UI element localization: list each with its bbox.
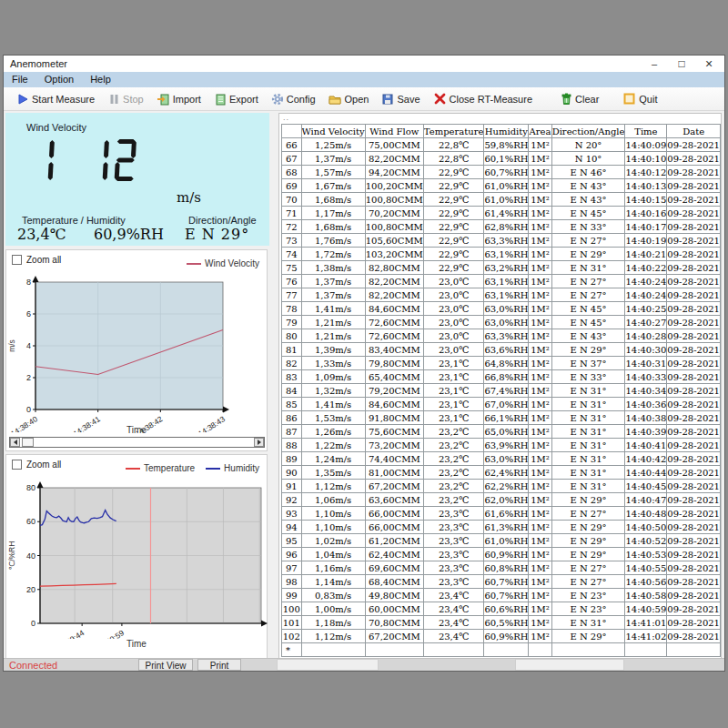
data-cell[interactable]: 1,37m/s xyxy=(301,288,365,302)
column-header[interactable] xyxy=(282,125,302,138)
row-number-cell[interactable]: 67 xyxy=(282,152,302,166)
data-cell[interactable]: E N 43° xyxy=(551,329,625,343)
data-cell[interactable]: 1,10m/s xyxy=(301,507,365,521)
data-cell[interactable]: 94,20CMM xyxy=(365,166,423,179)
data-cell[interactable] xyxy=(484,643,529,657)
data-cell[interactable]: 61,0%RH xyxy=(484,193,529,207)
table-row[interactable]: 921,06m/s63,60CMM23,2℃62,0%RH1M²E N 29°1… xyxy=(282,493,721,507)
table-row[interactable]: 681,57m/s94,20CMM22,9℃60,7%RH1M²E N 46°1… xyxy=(282,166,721,179)
column-header[interactable]: Temperature xyxy=(423,125,484,138)
data-cell[interactable]: 66,1%RH xyxy=(484,411,529,425)
data-cell[interactable]: 65,0%RH xyxy=(484,425,529,439)
data-cell[interactable]: 61,6%RH xyxy=(484,507,529,521)
data-cell[interactable]: 09-28-2021 xyxy=(667,261,721,275)
data-cell[interactable]: 09-28-2021 xyxy=(667,452,721,466)
data-cell[interactable]: E N 29° xyxy=(551,534,625,548)
data-cell[interactable]: 67,20CMM xyxy=(365,630,423,643)
data-cell[interactable]: 1,41m/s xyxy=(301,398,365,411)
data-cell[interactable]: 14:40:17 xyxy=(625,220,667,234)
data-cell[interactable]: 63,6%RH xyxy=(484,343,529,357)
data-cell[interactable]: 14:41:02 xyxy=(625,630,667,643)
data-cell[interactable]: 23,3℃ xyxy=(423,507,484,521)
data-cell[interactable]: 1,02m/s xyxy=(301,534,365,548)
data-cell[interactable]: 22,8℃ xyxy=(423,152,484,166)
data-cell[interactable]: 09-28-2021 xyxy=(667,370,721,384)
data-cell[interactable]: 1,17m/s xyxy=(301,207,365,220)
data-cell[interactable]: 23,3℃ xyxy=(423,534,484,548)
data-cell[interactable]: E N 27° xyxy=(551,288,625,302)
data-cell[interactable]: 23,2℃ xyxy=(423,439,484,452)
data-cell[interactable]: E N 23° xyxy=(551,589,625,602)
data-cell[interactable]: 09-28-2021 xyxy=(667,439,721,452)
data-cell[interactable]: 1M² xyxy=(529,616,551,630)
print-button[interactable]: Print xyxy=(197,659,241,671)
data-cell[interactable]: 1,14m/s xyxy=(301,575,365,589)
data-cell[interactable]: 63,1%RH xyxy=(484,248,529,261)
data-cell[interactable]: 14:40:15 xyxy=(625,193,667,207)
data-cell[interactable]: 14:40:56 xyxy=(625,575,667,589)
data-cell[interactable] xyxy=(365,643,423,657)
row-number-cell[interactable]: 80 xyxy=(282,329,302,343)
data-cell[interactable]: 60,1%RH xyxy=(484,152,529,166)
data-cell[interactable] xyxy=(529,643,551,657)
data-cell[interactable]: 1,67m/s xyxy=(301,179,365,193)
data-cell[interactable]: 82,20CMM xyxy=(365,152,423,166)
data-cell[interactable]: 1,00m/s xyxy=(301,602,365,616)
data-cell[interactable]: 23,2℃ xyxy=(423,452,484,466)
data-cell[interactable]: 1,37m/s xyxy=(301,152,365,166)
data-cell[interactable]: E N 37° xyxy=(551,357,625,370)
data-cell[interactable]: 14:40:53 xyxy=(625,548,667,561)
data-cell[interactable]: 1,21m/s xyxy=(301,329,365,343)
data-cell[interactable]: 22,9℃ xyxy=(423,166,484,179)
row-number-cell[interactable]: 73 xyxy=(282,234,302,248)
row-number-cell[interactable]: 68 xyxy=(282,166,302,179)
data-cell[interactable]: 14:40:09 xyxy=(625,138,667,152)
data-cell[interactable]: 22,9℃ xyxy=(423,234,484,248)
close-rt-measure-button[interactable]: Close RT-Measure xyxy=(433,92,533,106)
data-cell[interactable]: 14:40:16 xyxy=(625,207,667,220)
data-cell[interactable]: E N 31° xyxy=(551,439,625,452)
row-number-cell[interactable]: 99 xyxy=(282,589,302,602)
data-cell[interactable]: 60,00CMM xyxy=(365,602,423,616)
data-cell[interactable]: 14:41:01 xyxy=(625,616,667,630)
data-cell[interactable]: 1,41m/s xyxy=(301,302,365,316)
table-row[interactable]: 861,53m/s91,80CMM23,1℃66,1%RH1M²E N 31°1… xyxy=(282,411,721,425)
column-header[interactable]: Wind Velocity xyxy=(301,125,365,138)
data-cell[interactable]: 09-28-2021 xyxy=(667,234,721,248)
grid-wrap[interactable]: Wind VelocityWind FlowTemperatureHumidit… xyxy=(281,124,721,657)
data-cell[interactable]: 22,9℃ xyxy=(423,220,484,234)
table-row[interactable]: 791,21m/s72,60CMM23,0℃63,0%RH1M²E N 45°1… xyxy=(282,316,721,329)
data-cell[interactable]: E N 45° xyxy=(551,207,625,220)
data-cell[interactable]: 62,40CMM xyxy=(365,548,423,561)
data-cell[interactable] xyxy=(625,643,667,657)
data-cell[interactable] xyxy=(423,643,484,657)
data-cell[interactable]: 1M² xyxy=(529,589,551,602)
data-cell[interactable]: 23,0℃ xyxy=(423,288,484,302)
data-cell[interactable]: 60,9%RH xyxy=(484,630,529,643)
data-cell[interactable]: 09-28-2021 xyxy=(667,207,721,220)
data-cell[interactable]: 82,80CMM xyxy=(365,261,423,275)
data-cell[interactable]: 82,20CMM xyxy=(365,275,423,288)
data-cell[interactable]: 84,60CMM xyxy=(365,302,423,316)
menu-help[interactable]: Help xyxy=(82,72,119,87)
data-cell[interactable]: 1M² xyxy=(529,425,551,439)
data-cell[interactable]: 14:40:30 xyxy=(625,343,667,357)
table-row[interactable]: 671,37m/s82,20CMM22,8℃60,1%RH1M²N 10°14:… xyxy=(282,152,721,166)
data-cell[interactable]: 84,60CMM xyxy=(365,398,423,411)
data-cell[interactable]: 14:40:10 xyxy=(625,152,667,166)
data-cell[interactable]: 1M² xyxy=(529,411,551,425)
data-cell[interactable]: 1M² xyxy=(529,248,551,261)
data-cell[interactable]: 09-28-2021 xyxy=(667,589,721,602)
data-cell[interactable]: 61,3%RH xyxy=(484,521,529,534)
data-cell[interactable]: 1,06m/s xyxy=(301,493,365,507)
data-cell[interactable]: E N 23° xyxy=(551,602,625,616)
data-cell[interactable]: 0,83m/s xyxy=(301,589,365,602)
data-cell[interactable]: E N 31° xyxy=(551,398,625,411)
data-cell[interactable]: 73,20CMM xyxy=(365,439,423,452)
data-cell[interactable]: 65,40CMM xyxy=(365,370,423,384)
data-cell[interactable]: 1M² xyxy=(529,302,551,316)
column-header[interactable]: Date xyxy=(667,125,721,138)
wind-chart-scrollbar[interactable] xyxy=(9,437,265,448)
table-row[interactable]: 941,10m/s66,00CMM23,3℃61,3%RH1M²E N 29°1… xyxy=(282,521,721,534)
data-cell[interactable]: 22,9℃ xyxy=(423,193,484,207)
